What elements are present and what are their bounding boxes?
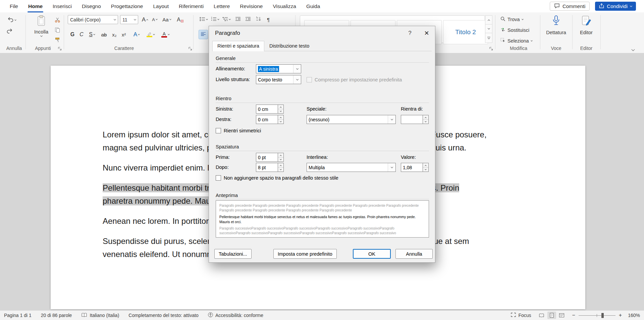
- line-spacing-combo[interactable]: Multipla: [307, 163, 396, 172]
- read-mode-view-button[interactable]: [537, 312, 546, 319]
- superscript-button[interactable]: x²: [119, 30, 128, 39]
- zoom-in-button[interactable]: +: [619, 312, 622, 318]
- zoom-slider[interactable]: [579, 313, 615, 318]
- tab-home[interactable]: Home: [23, 0, 48, 12]
- clear-formatting-button[interactable]: A: [175, 15, 185, 24]
- mirror-indents-checkbox[interactable]: Rientri simmetrici: [216, 127, 261, 134]
- change-case-button[interactable]: Aa: [160, 15, 173, 24]
- undo-button[interactable]: [5, 16, 19, 24]
- tab-revisione[interactable]: Revisione: [235, 0, 268, 12]
- collapsed-by-default-checkbox[interactable]: Compresso per impostazione predefinita: [307, 76, 402, 83]
- outline-level-combo[interactable]: Corpo testo: [256, 75, 301, 84]
- spinner-up-button[interactable]: [423, 163, 428, 168]
- spinner-up-button[interactable]: [278, 115, 283, 120]
- indent-left-spinner[interactable]: 0 cm: [256, 105, 284, 114]
- cut-button[interactable]: [53, 16, 62, 24]
- align-left-button[interactable]: [199, 30, 208, 39]
- styles-dialog-launcher[interactable]: [489, 46, 494, 51]
- dictate-button[interactable]: Dettatura: [545, 15, 568, 45]
- set-as-default-button[interactable]: Imposta come predefinito: [273, 249, 337, 259]
- find-button[interactable]: Trova: [499, 15, 525, 24]
- tab-progettazione[interactable]: Progettazione: [106, 0, 148, 12]
- special-combo[interactable]: (nessuno): [307, 115, 396, 124]
- spacing-before-spinner[interactable]: 0 pt: [256, 153, 284, 162]
- indent-by-spinner[interactable]: [401, 115, 429, 124]
- tab-file[interactable]: File: [5, 0, 23, 12]
- numbering-button[interactable]: [210, 15, 220, 24]
- dialog-title-bar[interactable]: Paragrafo ? ✕: [209, 26, 435, 40]
- decrease-indent-button[interactable]: [233, 15, 242, 24]
- tab-inserisci[interactable]: Inserisci: [48, 0, 77, 12]
- spinner-up-button[interactable]: [423, 115, 428, 120]
- alignment-combo[interactable]: A sinistra: [256, 64, 301, 73]
- spinner-down-button[interactable]: [423, 168, 428, 172]
- editor-button[interactable]: Editor: [576, 15, 596, 45]
- accessibility-status[interactable]: Accessibilità: conforme: [208, 312, 263, 318]
- multilevel-list-button[interactable]: [221, 15, 231, 24]
- font-dialog-launcher[interactable]: [188, 46, 193, 51]
- page-indicator[interactable]: Pagina 1 di 1: [4, 313, 32, 318]
- combo-dropdown-button[interactable]: [293, 75, 301, 84]
- tab-visualizza[interactable]: Visualizza: [268, 0, 301, 12]
- font-size-combo[interactable]: 11: [120, 15, 138, 24]
- dialog-close-button[interactable]: ✕: [418, 26, 435, 40]
- web-layout-view-button[interactable]: [557, 312, 566, 319]
- comments-button[interactable]: Commenti: [550, 2, 590, 11]
- tabs-button[interactable]: Tabulazioni...: [214, 249, 252, 259]
- grow-font-button[interactable]: A: [140, 15, 150, 24]
- no-space-same-style-checkbox[interactable]: Non aggiungere spazio tra paragrafi dell…: [216, 175, 338, 181]
- proofing-status[interactable]: Italiano (Italia): [81, 313, 119, 318]
- italic-button[interactable]: C: [78, 30, 85, 39]
- combo-dropdown-button[interactable]: [388, 115, 395, 124]
- shrink-font-button[interactable]: A: [150, 15, 159, 24]
- gallery-down-button[interactable]: [485, 24, 492, 33]
- collapse-ribbon-button[interactable]: [632, 46, 634, 52]
- spinner-up-button[interactable]: [278, 163, 283, 168]
- strikethrough-button[interactable]: ab: [99, 30, 109, 39]
- paste-button[interactable]: Incolla: [32, 15, 51, 45]
- spinner-up-button[interactable]: [278, 105, 283, 109]
- tab-disegno[interactable]: Disegno: [77, 0, 106, 12]
- word-count[interactable]: 20 di 86 parole: [41, 313, 72, 318]
- share-button[interactable]: Condividi: [595, 2, 636, 11]
- spinner-down-button[interactable]: [423, 120, 428, 124]
- text-highlight-button[interactable]: [144, 30, 157, 39]
- sort-button[interactable]: [254, 15, 263, 24]
- focus-mode-button[interactable]: Focus: [511, 313, 531, 318]
- spinner-down-button[interactable]: [278, 168, 283, 172]
- subscript-button[interactable]: x₂: [110, 30, 119, 39]
- bullets-button[interactable]: [199, 15, 209, 24]
- style-card-titolo-2[interactable]: Titolo 2: [443, 20, 488, 44]
- cancel-button[interactable]: Annulla: [395, 249, 433, 259]
- spacing-at-spinner[interactable]: 1,08: [401, 163, 429, 172]
- spinner-down-button[interactable]: [278, 157, 283, 162]
- zoom-out-button[interactable]: −: [572, 312, 575, 318]
- font-name-combo[interactable]: Calibri (Corpo): [68, 15, 118, 24]
- spinner-down-button[interactable]: [278, 109, 283, 113]
- increase-indent-button[interactable]: [244, 15, 252, 24]
- gallery-more-button[interactable]: [485, 33, 492, 43]
- gallery-up-button[interactable]: [485, 15, 492, 24]
- ok-button[interactable]: OK: [353, 249, 391, 259]
- tab-lettere[interactable]: Lettere: [209, 0, 235, 12]
- zoom-slider-thumb[interactable]: [601, 313, 604, 318]
- select-button[interactable]: Seleziona: [499, 37, 534, 45]
- underline-button[interactable]: S: [87, 30, 97, 39]
- clipboard-dialog-launcher[interactable]: [58, 46, 63, 51]
- tab-layout[interactable]: Layout: [148, 0, 174, 12]
- dialog-tab-line-page-breaks[interactable]: Distribuzione testo: [264, 41, 314, 51]
- tab-guida[interactable]: Guida: [301, 0, 325, 12]
- bold-button[interactable]: G: [68, 30, 76, 39]
- font-color-button[interactable]: A: [159, 30, 172, 39]
- text-prediction-status[interactable]: Completamento del testo: attivato: [128, 313, 199, 318]
- spinner-down-button[interactable]: [278, 120, 283, 124]
- print-layout-view-button[interactable]: [547, 312, 556, 319]
- combo-dropdown-button[interactable]: [388, 163, 395, 172]
- dialog-tab-indents-spacing[interactable]: Rientri e spaziatura: [212, 41, 264, 51]
- dialog-help-button[interactable]: ?: [401, 26, 418, 40]
- zoom-level-button[interactable]: 160%: [628, 313, 640, 318]
- copy-button[interactable]: [53, 26, 62, 35]
- tab-riferimenti[interactable]: Riferimenti: [174, 0, 209, 12]
- replace-button[interactable]: Sostituisci: [499, 26, 531, 35]
- text-effects-button[interactable]: A: [131, 30, 142, 39]
